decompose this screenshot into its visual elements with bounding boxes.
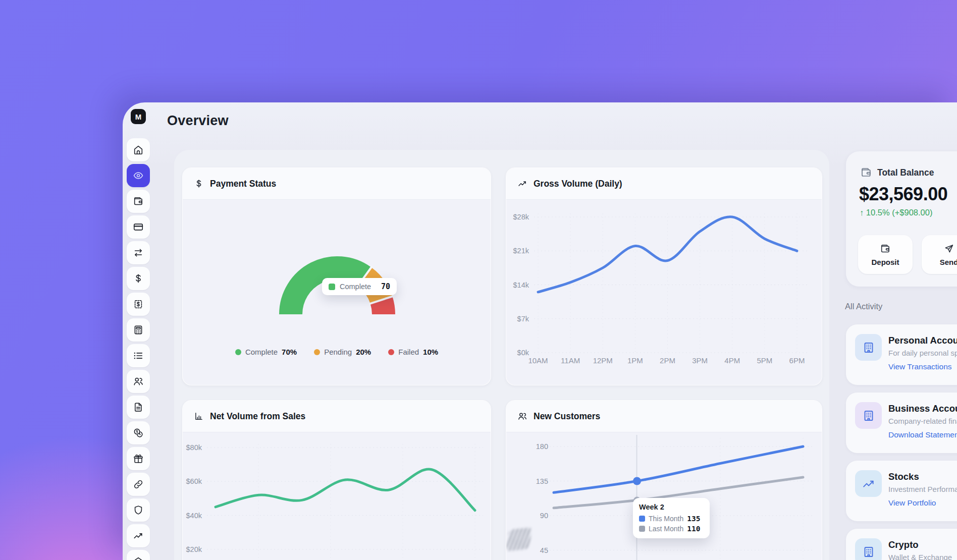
net-volume-card: Net Volume from Sales $80k$60k$40k$20k (182, 400, 491, 560)
bar-chart-icon (194, 411, 204, 421)
gauge-legend: Complete70%Pending20%Failed10% (183, 348, 491, 356)
gauge-tooltip-label: Complete (340, 283, 371, 291)
total-balance-amount: $23,569.00 (859, 184, 947, 205)
credit-card-icon (133, 221, 144, 233)
svg-text:1PM: 1PM (627, 356, 643, 365)
svg-text:$21k: $21k (513, 247, 529, 255)
svg-text:$60k: $60k (186, 477, 202, 485)
new-customers-line-chart: 1801359045 (506, 432, 822, 560)
gauge-tooltip-value: 70 (381, 282, 390, 291)
activity-item-stocks: StocksInvestment PerformanceView Portfol… (846, 461, 957, 521)
eye-icon (133, 170, 144, 181)
gross-volume-title: Gross Volume (Daily) (534, 179, 622, 189)
legend-label: Failed (398, 348, 419, 356)
sidebar-item-security[interactable] (127, 498, 150, 522)
week-tooltip-title: Week 2 (639, 503, 704, 511)
sidebar-item-transfers[interactable] (127, 241, 150, 264)
building-icon (855, 402, 882, 429)
svg-text:135: 135 (536, 477, 548, 485)
legend-item-complete: Complete70% (235, 348, 297, 356)
svg-text:3PM: 3PM (692, 356, 708, 365)
sidebar-item-coins[interactable] (127, 421, 150, 444)
total-balance-card: Total Balance $23,569.00 ↑ 10.5% (+$908.… (846, 151, 957, 287)
send-button[interactable]: Send (922, 235, 957, 274)
legend-value: 10% (423, 348, 438, 356)
payment-status-header: Payment Status (183, 168, 491, 200)
svg-text:$14k: $14k (513, 281, 529, 289)
activity-subtitle: Investment Performance (888, 485, 957, 493)
activity-link[interactable]: View Transactions (888, 362, 952, 371)
activity-item-crypto: CryptoWallet & Exchange (846, 529, 957, 560)
sidebar-item-documents[interactable] (127, 396, 150, 419)
svg-text:$80k: $80k (186, 443, 202, 452)
gross-volume-card: Gross Volume (Daily) $28k$21k$14k$7k$0k1… (506, 167, 822, 385)
sidebar-item-customers[interactable] (127, 370, 150, 393)
sidebar-item-wallet[interactable] (127, 190, 150, 213)
legend-dot (388, 349, 394, 355)
svg-text:$28k: $28k (513, 213, 529, 221)
svg-text:$40k: $40k (186, 512, 202, 520)
gross-volume-header: Gross Volume (Daily) (506, 168, 822, 200)
sidebar-item-bank[interactable] (127, 550, 150, 560)
legend-value: 70% (282, 348, 297, 356)
sidebar-item-invoices[interactable] (127, 293, 150, 316)
series-label: This Month (649, 515, 683, 523)
activity-title: Crypto (888, 539, 919, 550)
activity-link[interactable]: Download Statements (888, 430, 957, 439)
desktop-background: { "app": { "logo": "M", "page_title": "O… (0, 0, 957, 560)
svg-text:45: 45 (540, 546, 548, 554)
gross-volume-line-chart: $28k$21k$14k$7k$0k10AM11AM12PM1PM2PM3PM4… (506, 199, 822, 385)
activity-item-personal-account: Personal AccountFor daily personal spend… (846, 324, 957, 385)
series-value: 135 (687, 515, 700, 523)
svg-text:$0k: $0k (517, 349, 529, 357)
sidebar-item-home[interactable] (127, 138, 150, 161)
new-customers-header: New Customers (506, 401, 822, 432)
sidebar-item-transactions[interactable] (127, 344, 150, 367)
payment-status-title: Payment Status (210, 179, 276, 189)
app-logo[interactable]: M (131, 109, 146, 124)
sidebar-item-rewards[interactable] (127, 447, 150, 470)
link-icon (133, 479, 144, 490)
svg-text:10AM: 10AM (528, 356, 548, 365)
send-icon (943, 243, 954, 254)
sidebar-item-cards[interactable] (127, 215, 150, 239)
svg-text:180: 180 (536, 442, 548, 451)
sidebar-item-payments[interactable] (127, 267, 150, 290)
gross-volume-chart: $28k$21k$14k$7k$0k10AM11AM12PM1PM2PM3PM4… (506, 199, 822, 385)
gauge-tooltip: Complete 70 (322, 278, 397, 295)
activity-subtitle: For daily personal spending (888, 349, 957, 357)
sidebar-item-calculator[interactable] (127, 318, 150, 342)
total-balance-label: Total Balance (877, 167, 934, 178)
legend-value: 20% (356, 348, 371, 356)
net-volume-chart: $80k$60k$40k$20k (183, 432, 491, 560)
series-swatch (639, 516, 645, 522)
legend-dot (314, 349, 320, 355)
activity-title: Business Account (888, 403, 957, 414)
series-label: Last Month (649, 525, 683, 533)
activity-link[interactable]: View Portfolio (888, 498, 936, 508)
sidebar-item-overview[interactable] (127, 164, 150, 187)
svg-text:12PM: 12PM (593, 356, 613, 365)
new-customers-card: New Customers 1801359045 Week 2 This Mon… (506, 400, 822, 560)
activity-title: Stocks (888, 471, 919, 482)
sidebar-item-analytics[interactable] (127, 524, 150, 547)
sidebar-item-links[interactable] (127, 473, 150, 496)
deposit-button[interactable]: Deposit (858, 235, 913, 274)
dollar-icon (194, 179, 204, 189)
activity-item-business-account: Business AccountCompany-related finances… (846, 393, 957, 453)
users-icon (133, 376, 144, 387)
activity-title: Personal Account (888, 335, 957, 346)
deposit-button-label: Deposit (871, 258, 899, 266)
all-activity-heading: All Activity (845, 302, 882, 311)
legend-dot (235, 349, 241, 355)
legend-item-failed: Failed10% (388, 348, 438, 356)
building-icon (855, 334, 882, 361)
net-volume-title: Net Volume from Sales (210, 411, 305, 422)
tooltip-row: Last Month110 (639, 525, 704, 533)
legend-label: Pending (324, 348, 352, 356)
wallet-icon (880, 243, 891, 254)
svg-text:5PM: 5PM (757, 356, 772, 365)
svg-text:11AM: 11AM (561, 356, 580, 365)
activity-subtitle: Company-related finances (888, 417, 957, 425)
trending-up-icon (855, 470, 882, 497)
